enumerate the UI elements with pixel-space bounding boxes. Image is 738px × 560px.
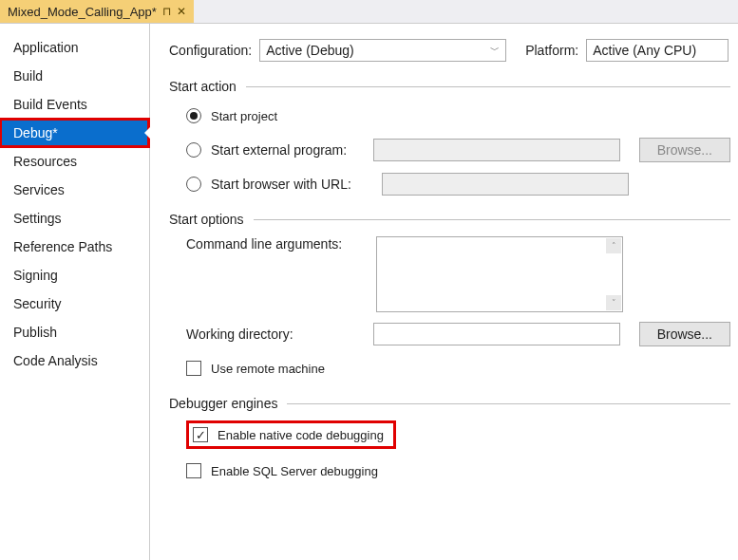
platform-value: Active (Any CPU) <box>593 43 696 58</box>
chevron-down-icon: ﹀ <box>490 44 500 57</box>
document-tab[interactable]: Mixed_Mode_Calling_App* ⊓ ✕ <box>0 0 194 23</box>
remote-machine-row: Use remote machine <box>186 356 730 381</box>
sidebar-item-reference-paths[interactable]: Reference Paths <box>0 233 149 261</box>
start-action-section: Start action Start project Start externa… <box>169 79 730 196</box>
start-browser-row: Start browser with URL: <box>186 172 730 196</box>
pin-icon[interactable]: ⊓ <box>162 5 171 18</box>
configuration-value: Active (Debug) <box>266 43 354 58</box>
start-browser-radio[interactable] <box>186 177 201 192</box>
sidebar-item-resources[interactable]: Resources <box>0 147 149 176</box>
highlight-annotation: Enable native code debugging <box>186 420 396 449</box>
work-dir-row: Working directory: Browse... <box>186 322 730 346</box>
enable-native-checkbox[interactable] <box>193 427 208 442</box>
sidebar-item-security[interactable]: Security <box>0 289 149 318</box>
cmd-args-textarea[interactable]: ˄ ˅ <box>376 236 623 312</box>
start-external-radio[interactable] <box>186 142 201 158</box>
document-tab-title: Mixed_Mode_Calling_App* <box>8 5 157 19</box>
close-icon[interactable]: ✕ <box>177 5 186 18</box>
divider <box>287 403 730 404</box>
start-project-radio[interactable] <box>186 108 201 123</box>
configuration-label: Configuration: <box>169 43 252 58</box>
start-options-section: Start options Command line arguments: ˄ … <box>169 212 730 381</box>
config-platform-row: Configuration: Active (Debug) ﹀ Platform… <box>169 39 730 62</box>
section-title: Debugger engines <box>169 396 277 411</box>
remote-machine-label: Use remote machine <box>211 362 325 376</box>
sql-debug-row: Enable SQL Server debugging <box>186 458 730 483</box>
start-browser-input[interactable] <box>382 173 629 196</box>
start-action-header: Start action <box>169 79 730 94</box>
native-debug-row: Enable native code debugging <box>186 420 730 449</box>
enable-sql-label: Enable SQL Server debugging <box>211 464 378 478</box>
start-project-label: Start project <box>211 109 277 123</box>
work-dir-label: Working directory: <box>186 327 364 342</box>
scroll-up-icon[interactable]: ˄ <box>606 238 621 253</box>
start-project-row: Start project <box>186 103 730 128</box>
cmd-args-label: Command line arguments: <box>186 236 367 252</box>
divider <box>246 86 730 87</box>
platform-combo[interactable]: Active (Any CPU) <box>586 39 729 62</box>
cmd-args-row: Command line arguments: ˄ ˅ <box>186 236 730 312</box>
scroll-down-icon[interactable]: ˅ <box>606 295 621 310</box>
property-page-sidebar: Application Build Build Events Debug* Re… <box>0 24 150 560</box>
browse-workdir-button[interactable]: Browse... <box>639 322 730 346</box>
sidebar-item-publish[interactable]: Publish <box>0 318 149 346</box>
browse-external-button[interactable]: Browse... <box>639 138 730 162</box>
section-title: Start action <box>169 79 237 94</box>
debugger-engines-section: Debugger engines Enable native code debu… <box>169 396 730 483</box>
configuration-combo[interactable]: Active (Debug) ﹀ <box>259 39 506 62</box>
start-browser-label: Start browser with URL: <box>211 177 372 192</box>
sidebar-item-application[interactable]: Application <box>0 33 149 62</box>
divider <box>254 219 730 220</box>
enable-sql-checkbox[interactable] <box>186 463 201 478</box>
sidebar-item-debug[interactable]: Debug* <box>0 119 149 147</box>
sidebar-item-build-events[interactable]: Build Events <box>0 90 149 119</box>
document-tab-bar: Mixed_Mode_Calling_App* ⊓ ✕ <box>0 0 738 24</box>
start-options-header: Start options <box>169 212 730 227</box>
sidebar-item-build[interactable]: Build <box>0 62 149 90</box>
debugger-engines-header: Debugger engines <box>169 396 730 411</box>
enable-native-label: Enable native code debugging <box>218 428 384 442</box>
platform-label: Platform: <box>525 43 578 58</box>
sidebar-item-code-analysis[interactable]: Code Analysis <box>0 346 149 375</box>
start-external-input[interactable] <box>373 139 620 161</box>
start-external-label: Start external program: <box>211 142 364 158</box>
sidebar-item-settings[interactable]: Settings <box>0 204 149 233</box>
property-page-content: Configuration: Active (Debug) ﹀ Platform… <box>150 24 738 560</box>
start-external-row: Start external program: Browse... <box>186 138 730 162</box>
sidebar-item-signing[interactable]: Signing <box>0 261 149 289</box>
work-dir-input[interactable] <box>373 323 620 345</box>
section-title: Start options <box>169 212 244 227</box>
workspace: Application Build Build Events Debug* Re… <box>0 24 738 560</box>
remote-machine-checkbox[interactable] <box>186 361 201 376</box>
sidebar-item-services[interactable]: Services <box>0 176 149 204</box>
